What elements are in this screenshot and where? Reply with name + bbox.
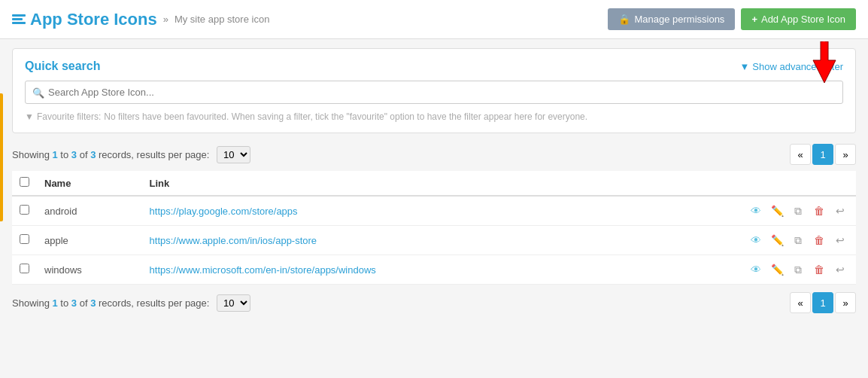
delete-icon-0[interactable]: 🗑 [811,203,827,219]
table-header: Name Link [12,171,856,196]
row-link-0: https://play.google.com/store/apps [142,196,625,226]
current-page-button-bottom[interactable]: 1 [812,292,833,313]
row-checkbox-cell [12,226,37,255]
showing-to-bottom: 3 [71,297,77,309]
search-input-wrapper: 🔍 [25,81,843,104]
row-name-0: android [37,196,142,226]
search-input[interactable] [25,81,843,104]
table-controls-bottom: Showing 1 to 3 of 3 records, results per… [12,292,856,313]
filter-icon: ▼ [25,111,34,122]
prev-page-button-bottom[interactable]: « [790,292,811,313]
row-link-1: https://www.apple.com/in/ios/app-store [142,226,625,255]
current-page-button-top[interactable]: 1 [812,144,833,165]
row-name-2: windows [37,255,142,285]
edit-icon-1[interactable]: ✏️ [769,232,785,248]
header-actions [624,171,856,196]
header-name: Name [37,171,142,196]
next-page-button-top[interactable]: » [835,144,856,165]
edit-icon-0[interactable]: ✏️ [769,203,785,219]
showing-total-bottom: 3 [90,297,96,309]
favourite-text: No filters have been favourited. When sa… [104,111,587,122]
row-checkbox-2[interactable] [20,264,29,273]
data-table: Name Link android https://play.google.co… [12,171,856,285]
show-advanced-filter-link[interactable]: ▼ Show advanced filter [739,61,843,72]
per-page-select-bottom[interactable]: 10 25 50 [217,294,250,312]
manage-permissions-button[interactable]: 🔒 Manage permissions [608,8,735,30]
table-controls-top: Showing 1 to 3 of 3 records, results per… [12,144,856,165]
stack-icon [12,14,26,24]
search-icon: 🔍 [32,87,44,98]
showing-to: 3 [71,149,77,160]
showing-total: 3 [90,149,96,160]
copy-icon-0[interactable]: ⧉ [790,203,806,219]
app-title: App Store Icons [12,10,157,29]
top-bar-left: App Store Icons » My site app store icon [12,10,269,29]
delete-icon-1[interactable]: 🗑 [811,232,827,248]
pagination-top: « 1 » [790,144,856,165]
page-title: App Store Icons [30,10,157,29]
row-link-2: https://www.microsoft.com/en-in/store/ap… [142,255,625,285]
main-content: Quick search ▼ Show advanced filter 🔍 ▼ … [0,39,868,322]
view-icon-0[interactable]: 👁 [748,203,764,219]
copy-icon-1[interactable]: ⧉ [790,232,806,248]
showing-suffix-bottom: records, results per page: [99,297,209,309]
showing-text-top: Showing 1 to 3 of 3 records, results per… [12,146,250,163]
table-body: android https://play.google.com/store/ap… [12,196,856,285]
search-panel-header: Quick search ▼ Show advanced filter [25,59,843,73]
table-row: apple https://www.apple.com/in/ios/app-s… [12,226,856,255]
header-checkbox-col [12,171,37,196]
copy-icon-2[interactable]: ⧉ [790,261,806,278]
favourite-filters: ▼ Favourite filters: No filters have bee… [25,111,843,122]
row-checkbox-0[interactable] [20,205,29,215]
undo-icon-0[interactable]: ↩ [832,203,848,219]
undo-icon-1[interactable]: ↩ [832,232,848,248]
show-advanced-label: Show advanced filter [752,61,843,72]
showing-prefix-bottom: Showing [12,297,50,309]
showing-text-bottom: Showing 1 to 3 of 3 records, results per… [12,294,250,312]
search-panel: Quick search ▼ Show advanced filter 🔍 ▼ … [12,48,856,133]
add-icon: + [751,14,757,25]
row-actions-2: 👁 ✏️ ⧉ 🗑 ↩ [624,255,856,285]
row-name-1: apple [37,226,142,255]
lock-icon: 🔒 [618,14,630,25]
undo-icon-2[interactable]: ↩ [832,261,848,278]
row-checkbox-cell [12,196,37,226]
showing-from-bottom: 1 [53,297,58,309]
header-link: Link [142,171,625,196]
filter-icon: ▼ [739,61,749,72]
breadcrumb-separator: » [163,14,168,25]
view-icon-1[interactable]: 👁 [748,232,764,248]
row-actions-1: 👁 ✏️ ⧉ 🗑 ↩ [624,226,856,255]
edit-icon-2[interactable]: ✏️ [769,261,785,278]
showing-from: 1 [53,149,58,160]
top-bar-right: 🔒 Manage permissions + Add App Store Ico… [608,8,856,30]
breadcrumb-text: My site app store icon [175,14,269,25]
manage-permissions-label: Manage permissions [634,14,724,25]
select-all-checkbox[interactable] [20,177,29,187]
table-row: android https://play.google.com/store/ap… [12,196,856,226]
prev-page-button-top[interactable]: « [790,144,811,165]
table-row: windows https://www.microsoft.com/en-in/… [12,255,856,285]
row-checkbox-1[interactable] [20,234,29,244]
pagination-bottom: « 1 » [790,292,856,313]
row-actions-0: 👁 ✏️ ⧉ 🗑 ↩ [624,196,856,226]
view-icon-2[interactable]: 👁 [748,261,764,278]
favourite-label: Favourite filters: [37,111,101,122]
showing-prefix: Showing [12,149,50,160]
next-page-button-bottom[interactable]: » [835,292,856,313]
row-checkbox-cell [12,255,37,285]
top-bar: App Store Icons » My site app store icon… [0,0,868,39]
add-app-store-icon-label: Add App Store Icon [761,14,845,25]
delete-icon-2[interactable]: 🗑 [811,261,827,278]
add-app-store-icon-button[interactable]: + Add App Store Icon [741,8,856,30]
showing-suffix: records, results per page: [99,149,209,160]
quick-search-title: Quick search [25,59,101,73]
orange-bar [0,93,3,221]
per-page-select-top[interactable]: 10 25 50 [217,146,250,163]
